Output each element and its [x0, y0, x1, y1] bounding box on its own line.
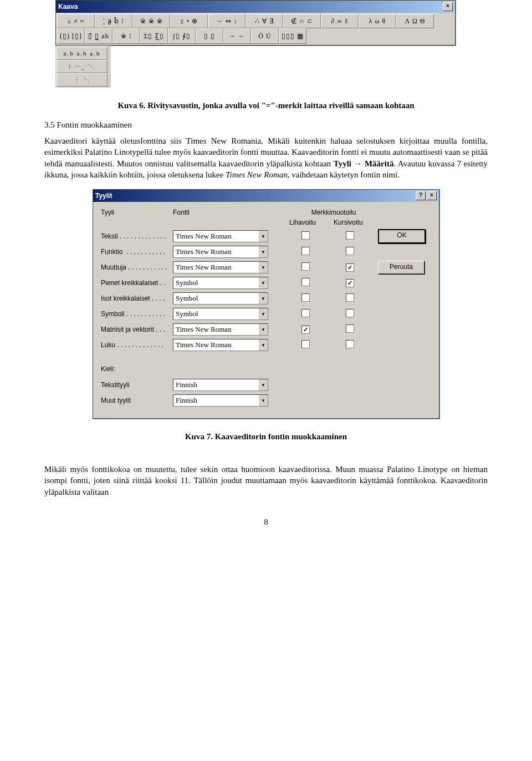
row-label: Pienet kreikkalaiset . .: [101, 279, 173, 287]
tyylit-title-text: Tyylit: [95, 192, 112, 200]
lang-row-label: Tekstityyli: [101, 381, 173, 389]
bold-checkbox[interactable]: [301, 340, 310, 348]
italic-checkbox[interactable]: [346, 340, 354, 348]
bold-checkbox[interactable]: [301, 293, 310, 302]
font-combo-value: Times New Roman: [173, 262, 258, 273]
language-combo-value: Finnish: [173, 379, 258, 390]
kaava-btn[interactable]: ▯▯▯ ▦: [279, 28, 306, 44]
font-combo-value: Times New Roman: [173, 339, 258, 351]
chevron-down-icon[interactable]: ▼: [258, 231, 268, 242]
chevron-down-icon[interactable]: ▼: [258, 262, 268, 273]
italic-checkbox[interactable]: [346, 231, 354, 240]
tyylit-body: Tyyli Fontti Merkkimuotoilu Lihavoitu Ku…: [93, 202, 439, 418]
kaava-btn[interactable]: ∂ ∞ ℓ: [321, 14, 359, 28]
italic-checkbox[interactable]: [346, 309, 354, 317]
bold-checkbox[interactable]: [301, 278, 310, 286]
font-combo-value: Symbol: [173, 277, 258, 288]
ok-button[interactable]: OK: [378, 229, 426, 243]
kaava-btn[interactable]: → ←: [223, 28, 251, 44]
bold-checkbox[interactable]: [301, 309, 310, 317]
bold-checkbox[interactable]: [301, 247, 310, 255]
kaava-row-1: ≤ ≠ ≈ ¦ a̱ b̄ ⁝ ※ ※ ※ ± • ⊗ → ⇔ ↓ ∴ ∀ ∃ …: [57, 14, 454, 28]
font-combo[interactable]: Times New Roman▼: [173, 230, 268, 242]
chevron-down-icon[interactable]: ▼: [258, 395, 268, 406]
italic-checkbox[interactable]: ✓: [346, 263, 354, 272]
font-combo[interactable]: Symbol▼: [173, 292, 268, 305]
page-number: 8: [44, 518, 488, 527]
font-combo-value: Times New Roman: [173, 231, 258, 242]
tyylit-row: Teksti . . . . . . . . . . . . .Times Ne…: [101, 229, 431, 244]
kaava-dots-btn[interactable]: ⁝ ⋯ ̤ ⋱: [57, 60, 108, 73]
cancel-button[interactable]: Peruuta: [378, 261, 424, 274]
kaava-btn[interactable]: ∫▯ ∮▯: [168, 28, 196, 44]
col-header-kursivoitu: Kursivoitu: [334, 219, 378, 226]
col-header-lihavoitu: Lihavoitu: [289, 219, 334, 226]
row-label: Luku . . . . . . . . . . . . .: [101, 341, 173, 349]
kaava-btn[interactable]: ∴ ∀ ∃: [245, 14, 283, 28]
kaava-btn[interactable]: ※ ※ ※: [132, 14, 170, 28]
tyylit-row: Isot kreikkalaiset . . . .Symbol▼: [101, 291, 431, 306]
kaava-btn[interactable]: ¦ a̱ b̄ ⁝: [95, 14, 132, 28]
tyylit-row: Symboli . . . . . . . . . . .Symbol▼: [101, 306, 431, 322]
font-combo[interactable]: Symbol▼: [173, 277, 268, 289]
row-label: Symboli . . . . . . . . . . .: [101, 310, 173, 318]
close-icon[interactable]: ×: [427, 191, 437, 200]
kaava-btn[interactable]: Σ▯ Σ̲▯: [140, 28, 168, 44]
chevron-down-icon[interactable]: ▼: [258, 293, 268, 304]
kaava-dots-palette: a.b a.b a.b ⁝ ⋯ ̤ ⋱ ⋮ ⋱: [55, 45, 111, 88]
language-combo[interactable]: Finnish▼: [173, 394, 268, 407]
kaava-btn[interactable]: ▯ ▯: [196, 28, 223, 44]
bold-checkbox[interactable]: [301, 262, 310, 271]
italic-checkbox[interactable]: [346, 324, 354, 333]
kaava-btn[interactable]: ≤ ≠ ≈: [57, 14, 95, 28]
font-combo[interactable]: Times New Roman▼: [173, 323, 268, 336]
italic-checkbox[interactable]: [346, 293, 354, 302]
tyylit-lang-row: TekstityyliFinnish▼: [101, 377, 431, 393]
row-label: Isot kreikkalaiset . . . .: [101, 295, 173, 302]
kaava-btn[interactable]: λ ω θ: [359, 14, 396, 28]
section-heading-3-5: 3.5 Fontin muokkaaminen: [44, 120, 488, 130]
kaava-btn[interactable]: ▯̄ ▯̲ ab: [85, 28, 112, 44]
language-combo[interactable]: Finnish▼: [173, 379, 268, 391]
row-label: Funktio . . . . . . . . . . .: [101, 248, 173, 256]
bold-checkbox[interactable]: ✓: [301, 326, 310, 334]
chevron-down-icon[interactable]: ▼: [258, 324, 268, 335]
col-header-merkki: Merkkimuotoilu: [289, 209, 378, 216]
kaava-btn[interactable]: ※ ⁝: [112, 28, 140, 44]
kaava-btn[interactable]: ± • ⊗: [170, 14, 208, 28]
chevron-down-icon[interactable]: ▼: [258, 379, 268, 390]
font-combo-value: Symbol: [173, 293, 258, 304]
row-label: Muuttuja . . . . . . . . . . .: [101, 263, 173, 271]
font-combo[interactable]: Times New Roman▼: [173, 339, 268, 351]
caption-kuva-6: Kuva 6. Rivitysavustin, jonka avulla voi…: [44, 101, 488, 110]
chevron-down-icon[interactable]: ▼: [258, 308, 268, 319]
font-combo-value: Times New Roman: [173, 324, 258, 335]
bold-checkbox[interactable]: [301, 231, 310, 240]
tyylit-row: Funktio . . . . . . . . . . .Times New R…: [101, 244, 431, 260]
font-combo[interactable]: Times New Roman▼: [173, 261, 268, 273]
font-combo[interactable]: Symbol▼: [173, 308, 268, 320]
lang-row-label: Muut tyylit: [101, 397, 173, 404]
tyylit-row: Matriisit ja vektorit . . .Times New Rom…: [101, 322, 431, 337]
chevron-down-icon[interactable]: ▼: [258, 246, 268, 257]
font-combo[interactable]: Times New Roman▼: [173, 246, 268, 258]
kaava-dots-btn[interactable]: ⋮ ⋱: [57, 73, 108, 87]
tyylit-row: Pienet kreikkalaiset . .Symbol▼✓: [101, 275, 431, 291]
chevron-down-icon[interactable]: ▼: [258, 277, 268, 288]
kaava-titlebar: Kaava ×: [56, 1, 455, 13]
kaava-btn[interactable]: ∉ ∩ ⊂: [283, 14, 321, 28]
kieli-label: Kieli:: [101, 365, 431, 373]
italic-checkbox[interactable]: ✓: [346, 279, 354, 287]
kaava-btn[interactable]: → ⇔ ↓: [208, 14, 245, 28]
chevron-down-icon[interactable]: ▼: [258, 339, 268, 351]
kaava-dots-btn[interactable]: a.b a.b a.b: [57, 47, 108, 60]
help-icon[interactable]: ?: [416, 191, 426, 200]
tyylit-row: Luku . . . . . . . . . . . . .Times New …: [101, 337, 431, 353]
kaava-btn[interactable]: Ō Ū: [251, 28, 279, 44]
italic-checkbox[interactable]: [346, 247, 354, 255]
kaava-btn[interactable]: Λ Ω Θ: [396, 14, 434, 28]
language-combo-value: Finnish: [173, 395, 258, 406]
kaava-title-text: Kaava: [58, 3, 78, 11]
kaava-btn[interactable]: (▯) [▯]: [57, 28, 85, 44]
close-icon[interactable]: ×: [443, 2, 453, 11]
